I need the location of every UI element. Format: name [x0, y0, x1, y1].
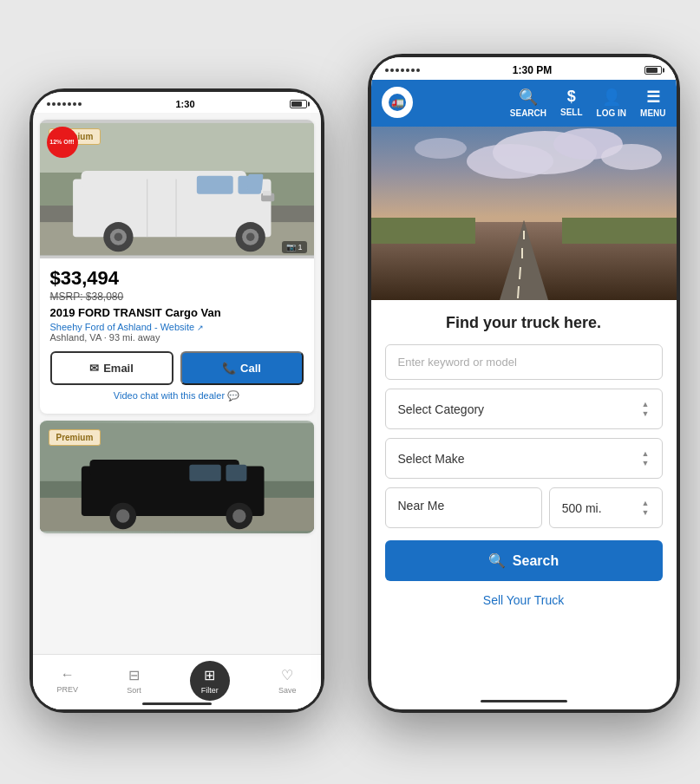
- sell-your-truck-link[interactable]: Sell Your Truck: [385, 593, 663, 607]
- right-time-display: 1:30 PM: [513, 64, 552, 76]
- make-arrows: ▲ ▼: [642, 449, 650, 467]
- category-arrows: ▲ ▼: [642, 400, 650, 418]
- svg-rect-25: [189, 465, 220, 481]
- phone-icon: 📞: [222, 362, 236, 375]
- car-image-2: Premium: [40, 421, 314, 533]
- find-title: Find your truck here.: [385, 314, 663, 332]
- distance-select[interactable]: 500 mi. ▲ ▼: [549, 487, 663, 528]
- external-link-icon: ↗: [197, 323, 204, 332]
- scene: 1:30: [12, 19, 689, 765]
- hero-image: [371, 127, 677, 300]
- search-button[interactable]: 🔍 Search: [385, 540, 663, 581]
- listing-card-2: Premium: [40, 421, 314, 533]
- category-select[interactable]: Select Category ▲ ▼: [385, 389, 663, 429]
- action-buttons: ✉ Email 📞 Call: [50, 351, 304, 385]
- bottom-nav: ← PREV ⊟ Sort ⊞ Filter ♡ Save: [33, 654, 321, 709]
- sort-icon: ⊟: [128, 667, 140, 683]
- svg-point-36: [467, 144, 553, 179]
- phone-right: 1:30 PM 🚛 🔍: [368, 54, 680, 713]
- near-me-input[interactable]: Near Me: [385, 487, 542, 528]
- svg-rect-19: [262, 191, 271, 196]
- search-nav-icon: 🔍: [519, 88, 538, 107]
- time-display: 1:30: [175, 99, 194, 109]
- nav-sort[interactable]: ⊟ Sort: [127, 667, 141, 695]
- svg-rect-26: [226, 465, 246, 481]
- svg-line-47: [518, 286, 519, 298]
- call-button[interactable]: 📞 Call: [180, 351, 304, 385]
- svg-point-30: [232, 509, 245, 522]
- svg-rect-9: [246, 174, 263, 191]
- svg-point-14: [114, 232, 122, 241]
- svg-point-17: [245, 232, 254, 241]
- truck-logo-icon: 🚛: [388, 93, 407, 112]
- left-status-bar: 1:30: [33, 92, 321, 113]
- right-phone-content: 1:30 PM 🚛 🔍: [371, 57, 677, 617]
- car-details-1: $33,494 MSRP: $38,080 2019 FORD TRANSIT …: [40, 258, 314, 414]
- listing-card-1: Premium 12% Off! 📷 1 $33,494: [40, 120, 314, 414]
- nav-save[interactable]: ♡ Save: [278, 667, 297, 695]
- filter-icon: ⊞: [204, 667, 215, 683]
- user-icon: 👤: [602, 88, 621, 107]
- nav-search[interactable]: 🔍 SEARCH: [510, 88, 546, 118]
- email-button[interactable]: ✉ Email: [50, 351, 173, 385]
- svg-rect-7: [196, 176, 232, 194]
- svg-point-38: [415, 138, 467, 159]
- search-btn-icon: 🔍: [488, 552, 506, 569]
- svg-point-37: [601, 144, 662, 170]
- menu-icon: ☰: [646, 88, 660, 107]
- hero-landscape-svg: [371, 127, 677, 300]
- home-indicator-right: [481, 700, 567, 702]
- discount-badge: 12% Off!: [47, 127, 78, 158]
- search-section: Find your truck here. Enter keyword or m…: [371, 300, 677, 617]
- location-row: Near Me 500 mi. ▲ ▼: [385, 487, 663, 528]
- header-nav: 🔍 SEARCH $ SELL 👤 LOG IN ☰: [510, 88, 666, 118]
- camera-icon: 📷: [286, 243, 296, 252]
- right-status-bar: 1:30 PM: [371, 57, 677, 80]
- svg-rect-40: [371, 218, 475, 244]
- save-icon: ♡: [281, 667, 293, 683]
- battery-icon: [290, 100, 307, 108]
- dealer-location: Ashland, VA · 93 mi. away: [50, 332, 304, 343]
- image-counter: 📷 1: [282, 241, 307, 253]
- dealer-link[interactable]: Sheehy Ford of Ashland - Website ↗: [50, 322, 304, 332]
- svg-point-28: [116, 509, 129, 522]
- nav-filter[interactable]: ⊞ Filter: [190, 661, 230, 701]
- car-msrp: MSRP: $38,080: [50, 291, 304, 303]
- video-chat-link[interactable]: Video chat with this dealer 💬: [50, 390, 304, 405]
- right-signal-dots: [385, 69, 420, 72]
- prev-icon: ←: [61, 667, 75, 683]
- make-select[interactable]: Select Make ▲ ▼: [385, 438, 663, 479]
- signal-dots: [47, 102, 82, 106]
- sell-icon: $: [567, 88, 576, 106]
- svg-rect-41: [562, 218, 677, 244]
- home-indicator-left: [142, 702, 212, 705]
- keyword-input[interactable]: Enter keyword or model: [385, 344, 663, 380]
- app-logo[interactable]: 🚛: [382, 87, 413, 118]
- phone-left: 1:30: [29, 88, 324, 713]
- nav-sell[interactable]: $ SELL: [560, 88, 583, 117]
- svg-line-46: [520, 267, 520, 279]
- nav-menu[interactable]: ☰ MENU: [640, 88, 665, 118]
- left-phone-content: 1:30: [33, 92, 321, 709]
- email-icon: ✉: [89, 362, 99, 375]
- svg-text:🚛: 🚛: [390, 95, 403, 108]
- distance-arrows: ▲ ▼: [642, 499, 650, 517]
- app-header: 🚛 🔍 SEARCH $ SELL 👤: [371, 80, 677, 127]
- right-battery-icon: [644, 66, 662, 75]
- car-image-container-1: Premium 12% Off! 📷 1: [40, 120, 314, 258]
- nav-login[interactable]: 👤 LOG IN: [597, 88, 626, 118]
- video-icon: 💬: [227, 390, 239, 401]
- nav-prev[interactable]: ← PREV: [57, 667, 79, 694]
- car-title: 2019 FORD TRANSIT Cargo Van: [50, 306, 304, 319]
- premium-badge-2: Premium: [49, 429, 101, 446]
- car-price: $33,494: [50, 267, 304, 290]
